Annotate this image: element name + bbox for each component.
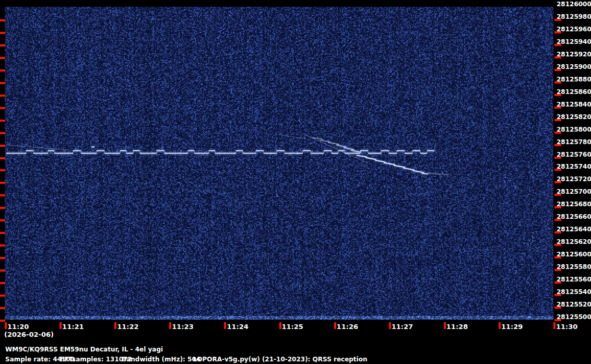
freq-label: 28125760 — [557, 151, 590, 158]
station-info-label: WM9C/KQ9RSS EM59nu Decatur, IL - 4el yag… — [5, 346, 163, 353]
freq-label: 28125520 — [557, 301, 590, 308]
time-tick — [5, 322, 7, 329]
time-label: 11:30 — [556, 323, 577, 331]
freq-label: 28125940 — [557, 38, 590, 45]
freq-tick-left — [0, 257, 5, 259]
freq-label: 28125880 — [557, 76, 590, 83]
freq-tick-left — [0, 207, 5, 209]
software-version-label: LOPORA-v5g.py(w) (21-10-2023): QRSS rece… — [193, 356, 368, 363]
time-label: 11:25 — [282, 323, 303, 331]
freq-tick-left — [0, 120, 5, 122]
freq-label: 28125500 — [557, 313, 590, 321]
freq-label: 28125740 — [557, 163, 590, 170]
freq-label: 28125600 — [557, 251, 590, 258]
bandwidth-label: Bandwidth (mHz): 504 — [122, 356, 200, 363]
time-tick — [553, 322, 555, 329]
freq-label: 28125920 — [557, 51, 590, 58]
time-label: 11:20 — [7, 323, 29, 331]
time-tick — [499, 322, 501, 329]
time-label: 11:21 — [62, 323, 84, 331]
freq-tick-left — [0, 132, 5, 134]
freq-label: 28125640 — [557, 226, 590, 233]
time-tick — [114, 322, 116, 329]
freq-label: 28125580 — [557, 263, 590, 271]
freq-tick-left — [0, 145, 5, 147]
freq-tick-left — [0, 44, 5, 46]
time-label: 11:23 — [172, 323, 193, 331]
freq-tick-left — [0, 107, 5, 109]
freq-tick-left — [0, 307, 5, 309]
freq-label: 28125840 — [557, 101, 590, 108]
freq-label: 28125540 — [557, 288, 590, 296]
time-label: 11:22 — [117, 323, 138, 331]
freq-label: 28125660 — [557, 213, 590, 220]
spectrogram-waterfall — [5, 7, 553, 320]
freq-tick-left — [0, 219, 5, 221]
freq-tick-left — [0, 82, 5, 84]
time-tick — [224, 322, 226, 329]
time-label: 11:24 — [227, 323, 248, 331]
time-label: 11:29 — [501, 323, 523, 331]
freq-label: 28125620 — [557, 238, 590, 245]
time-tick — [60, 322, 62, 329]
freq-label: 28125800 — [557, 126, 590, 133]
freq-tick-left — [0, 69, 5, 72]
freq-tick-left — [0, 182, 5, 184]
freq-tick-left — [0, 157, 5, 159]
freq-label: 28125700 — [557, 188, 590, 195]
freq-label: 28125960 — [557, 26, 590, 33]
freq-label: 28125900 — [557, 63, 590, 71]
freq-label: 28125860 — [557, 88, 590, 96]
freq-tick-left — [0, 282, 5, 284]
freq-label: 28125780 — [557, 138, 590, 146]
freq-tick-left — [0, 169, 5, 171]
lopora-grabber-window: 2812600028125980281259602812594028125920… — [0, 0, 591, 364]
freq-label: 28125820 — [557, 113, 590, 121]
freq-tick-left — [0, 244, 5, 246]
freq-tick-left — [0, 295, 5, 297]
freq-tick-left — [0, 95, 5, 97]
time-tick — [279, 322, 281, 329]
freq-label: 28125680 — [557, 201, 590, 208]
freq-tick-left — [0, 19, 5, 21]
time-tick — [389, 322, 391, 329]
freq-tick-left — [0, 57, 5, 59]
freq-label: 28126000 — [557, 1, 590, 8]
freq-tick-left — [0, 269, 5, 272]
freq-tick-left — [0, 32, 5, 34]
freq-tick-left — [0, 232, 5, 234]
time-tick — [444, 322, 446, 329]
freq-tick-left — [0, 320, 5, 322]
date-label: (2026-02-06) — [4, 331, 54, 338]
freq-label: 28125560 — [557, 276, 590, 283]
time-label: 11:27 — [392, 323, 413, 331]
time-label: 11:28 — [446, 323, 468, 331]
time-tick — [169, 322, 171, 329]
time-label: 11:26 — [337, 323, 358, 331]
freq-label: 28125980 — [557, 13, 590, 20]
freq-label: 28125720 — [557, 175, 590, 183]
time-tick — [334, 322, 336, 329]
freq-tick-left — [0, 194, 5, 196]
